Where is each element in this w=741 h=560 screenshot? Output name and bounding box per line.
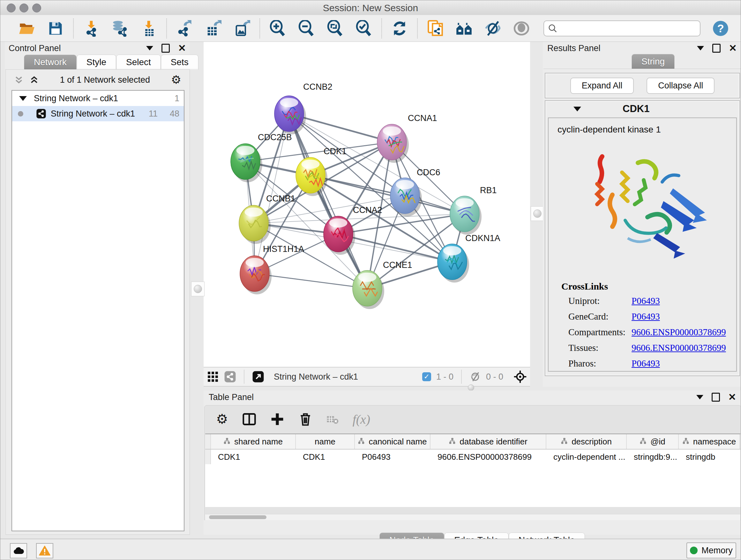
zoom-selected-button[interactable] xyxy=(355,20,373,37)
node-CCNA2[interactable]: CCNA2 xyxy=(324,205,382,255)
cell-name[interactable]: CDK1 xyxy=(296,449,355,464)
crosslink-link[interactable]: P06493 xyxy=(631,358,660,369)
panel-float-icon[interactable] xyxy=(712,44,721,53)
node-CCNE1[interactable]: CCNE1 xyxy=(353,260,412,309)
table-row[interactable]: CDK1CDK1P064939606.ENSP00000378699cyclin… xyxy=(205,449,740,464)
help-button[interactable]: ? xyxy=(712,20,729,37)
panel-close-icon[interactable]: ✕ xyxy=(728,392,736,402)
node-CCNB2[interactable]: CCNB2 xyxy=(274,82,333,134)
tab-network[interactable]: Network xyxy=(24,55,77,70)
import-table-button[interactable] xyxy=(140,20,157,37)
selected-checkbox-icon[interactable]: ✓ xyxy=(422,372,431,381)
search-input[interactable] xyxy=(557,23,696,34)
column-header-description[interactable]: description xyxy=(546,434,627,449)
node-CDKN1A[interactable]: CDKN1A xyxy=(437,233,500,283)
network-row[interactable]: String Network – cdk1 11 48 xyxy=(12,106,184,121)
tab-select[interactable]: Select xyxy=(116,55,161,70)
table-horizontal-scrollbar[interactable] xyxy=(205,514,740,520)
zoom-fit-button[interactable] xyxy=(327,20,344,37)
crosslink-link[interactable]: P06493 xyxy=(631,311,660,322)
bottom-splitter-handle[interactable] xyxy=(464,385,478,390)
tab-style[interactable]: Style xyxy=(77,55,116,70)
network-options-gear-icon[interactable]: ⚙ xyxy=(171,74,181,85)
cell-namespace[interactable]: stringdb xyxy=(679,449,740,464)
node-CCNA1[interactable]: CCNA1 xyxy=(377,113,437,163)
table-options-gear-icon[interactable]: ⚙ xyxy=(216,413,228,426)
birdseye-icon[interactable] xyxy=(514,370,527,383)
gene-card-header[interactable]: CDK1 xyxy=(545,101,739,117)
app-window: Session: New Session xyxy=(0,0,741,560)
delete-column-icon[interactable] xyxy=(298,412,313,426)
column-header-database-identifier[interactable]: database identifier xyxy=(430,434,546,449)
show-columns-icon[interactable] xyxy=(242,412,256,426)
column-header-canonical-name[interactable]: canonical name xyxy=(355,434,430,449)
column-header-shared-name[interactable]: shared name xyxy=(211,434,296,449)
cloud-button[interactable] xyxy=(10,543,27,558)
cell-description[interactable]: cyclin-dependent ... xyxy=(546,449,627,464)
first-neighbors-button[interactable] xyxy=(455,20,473,37)
node-CDC6[interactable]: CDC6 xyxy=(390,168,441,216)
tab-sets[interactable]: Sets xyxy=(161,55,199,70)
zoom-in-button[interactable] xyxy=(269,20,286,37)
left-splitter-handle[interactable] xyxy=(191,282,205,296)
panel-menu-icon[interactable] xyxy=(146,46,153,51)
zoom-out-button[interactable] xyxy=(298,20,315,37)
protein-structure-image[interactable] xyxy=(587,144,715,271)
expand-all-icon[interactable] xyxy=(29,75,39,84)
node-RB1[interactable]: RB1 xyxy=(450,186,497,235)
edge-CDK1-RB1[interactable] xyxy=(311,175,465,214)
cell--id[interactable]: stringdb:9... xyxy=(627,449,679,464)
cell-shared-name[interactable]: CDK1 xyxy=(211,449,296,464)
column-header-namespace[interactable]: namespace xyxy=(679,434,740,449)
column-header-name[interactable]: name xyxy=(296,434,355,449)
expand-all-button[interactable]: Expand All xyxy=(570,78,634,94)
crosslink-link[interactable]: 9606.ENSP00000378699 xyxy=(631,343,726,353)
cell-database-identifier[interactable]: 9606.ENSP00000378699 xyxy=(430,449,546,464)
collapse-all-button[interactable]: Collapse All xyxy=(647,78,715,94)
import-network-file-button[interactable] xyxy=(83,20,100,37)
node-CDC25B[interactable]: CDC25B xyxy=(231,132,292,182)
collection-label: String Network – cdk1 xyxy=(34,94,118,104)
node-CCNB1[interactable]: CCNB1 xyxy=(239,194,295,244)
warning-button[interactable] xyxy=(36,543,53,558)
tab-string[interactable]: String xyxy=(631,54,675,69)
panel-menu-icon[interactable] xyxy=(697,46,704,51)
node-HIST1H1A[interactable]: HIST1H1A xyxy=(240,244,304,294)
grid-view-icon[interactable] xyxy=(207,371,219,383)
show-all-button[interactable] xyxy=(513,20,530,37)
apply-layout-button[interactable] xyxy=(391,20,408,37)
export-table-button[interactable] xyxy=(205,20,222,37)
hidden-eye-icon[interactable] xyxy=(469,371,481,382)
edge-CCNB2-CCNE1[interactable] xyxy=(289,114,367,288)
export-network-button[interactable] xyxy=(176,20,193,37)
detach-view-icon[interactable] xyxy=(252,371,264,383)
crosslink-link[interactable]: P06493 xyxy=(631,296,660,306)
save-session-button[interactable] xyxy=(47,20,64,37)
selected-counts: 1 - 0 xyxy=(436,372,454,382)
network-view-icon[interactable] xyxy=(224,371,236,383)
search-box[interactable] xyxy=(543,20,700,37)
memory-button[interactable]: Memory xyxy=(686,543,736,558)
export-image-button[interactable] xyxy=(233,20,251,37)
hide-selected-button[interactable] xyxy=(484,20,501,37)
panel-float-icon[interactable] xyxy=(161,44,170,53)
expander-icon[interactable] xyxy=(19,96,27,101)
clone-network-button[interactable] xyxy=(427,20,444,37)
panel-close-icon[interactable]: ✕ xyxy=(178,44,186,53)
right-splitter-handle[interactable] xyxy=(531,206,544,221)
panel-close-icon[interactable]: ✕ xyxy=(729,44,737,53)
panel-float-icon[interactable] xyxy=(712,393,720,401)
column-header--id[interactable]: @id xyxy=(627,434,679,449)
add-column-icon[interactable] xyxy=(270,412,284,426)
network-canvas[interactable]: CCNB2CCNA1CDC25BCDK1CDC6RB1CCNB1CCNA2CDK… xyxy=(204,42,530,367)
panel-menu-icon[interactable] xyxy=(696,395,703,399)
network-collection-row[interactable]: String Network – cdk1 1 xyxy=(12,91,184,106)
crosslink-link[interactable]: 9606.ENSP00000378699 xyxy=(631,327,726,337)
scrollbar-thumb[interactable] xyxy=(209,515,266,519)
open-session-button[interactable] xyxy=(18,20,36,37)
cell-canonical-name[interactable]: P06493 xyxy=(355,449,430,464)
node-table[interactable]: shared namenamecanonical namedatabase id… xyxy=(205,434,740,507)
import-network-database-button[interactable] xyxy=(111,20,129,37)
collapse-all-icon[interactable] xyxy=(14,75,23,84)
expander-icon[interactable] xyxy=(574,107,581,111)
